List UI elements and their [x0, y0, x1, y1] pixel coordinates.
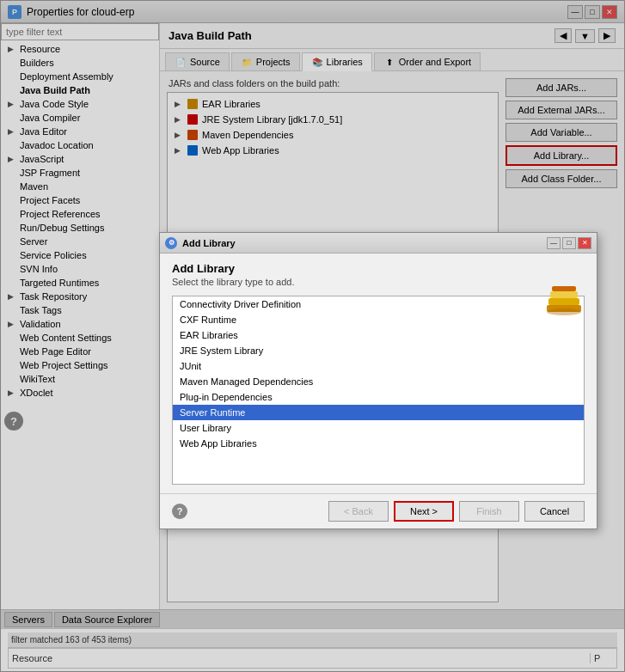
lib-item-cxf[interactable]: CXF Runtime	[173, 312, 584, 327]
next-button[interactable]: Next >	[394, 501, 454, 522]
lib-item-plugin[interactable]: Plug-in Dependencies	[173, 389, 584, 405]
cancel-button[interactable]: Cancel	[524, 501, 585, 522]
modal-title-btns: — □ ✕	[547, 237, 591, 249]
modal-heading: Add Library	[172, 262, 585, 275]
library-icon-area	[543, 279, 585, 323]
svg-rect-3	[552, 286, 576, 291]
svg-point-4	[547, 309, 581, 315]
modal-subtext: Select the library type to add.	[172, 277, 585, 287]
modal-help-icon[interactable]: ?	[172, 504, 187, 519]
svg-rect-2	[550, 291, 578, 298]
modal-close-btn[interactable]: ✕	[578, 237, 591, 249]
lib-item-webapp-libs[interactable]: Web App Libraries	[173, 436, 584, 451]
add-library-modal: ⚙ Add Library — □ ✕ Add Library Select t…	[159, 232, 597, 529]
modal-title-bar: ⚙ Add Library — □ ✕	[160, 233, 597, 254]
library-svg-icon	[543, 279, 585, 321]
lib-item-junit[interactable]: JUnit	[173, 358, 584, 374]
finish-button[interactable]: Finish	[459, 501, 519, 522]
lib-item-connectivity[interactable]: Connectivity Driver Definition	[173, 296, 584, 312]
modal-maximize-btn[interactable]: □	[562, 237, 576, 249]
modal-title-icon: ⚙	[165, 237, 177, 249]
lib-item-jre[interactable]: JRE System Library	[173, 343, 584, 358]
lib-item-user-library[interactable]: User Library	[173, 420, 584, 436]
lib-item-server-runtime[interactable]: Server Runtime	[173, 405, 584, 420]
modal-minimize-btn[interactable]: —	[547, 237, 561, 249]
library-list: Connectivity Driver Definition CXF Runti…	[172, 296, 585, 485]
modal-overlay: ⚙ Add Library — □ ✕ Add Library Select t…	[0, 0, 625, 672]
modal-title-text: Add Library	[182, 238, 236, 248]
back-button[interactable]: < Back	[328, 501, 389, 522]
modal-body: Add Library Select the library type to a…	[160, 254, 597, 493]
modal-footer: ? < Back Next > Finish Cancel	[160, 493, 597, 528]
lib-item-ear[interactable]: EAR Libraries	[173, 327, 584, 343]
svg-rect-1	[548, 298, 579, 305]
lib-item-maven-managed[interactable]: Maven Managed Dependencies	[173, 374, 584, 389]
modal-title-left: ⚙ Add Library	[165, 237, 236, 249]
modal-footer-buttons: < Back Next > Finish Cancel	[328, 501, 585, 522]
